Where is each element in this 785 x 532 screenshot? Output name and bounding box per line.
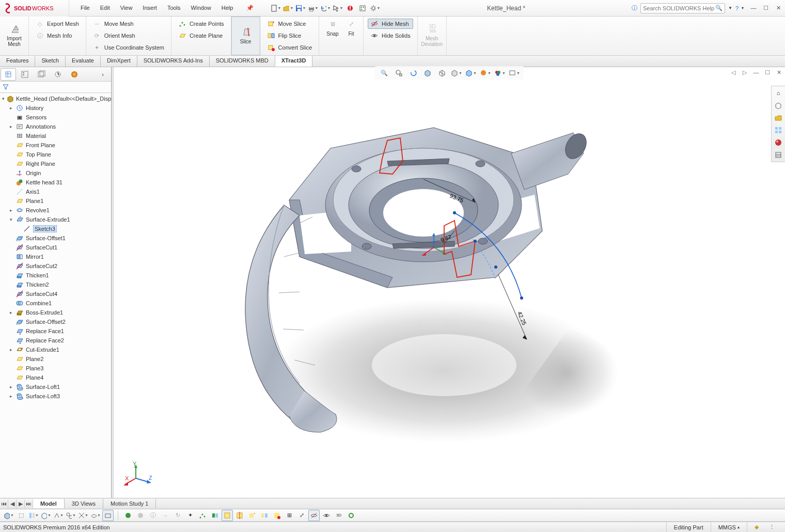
tab-features[interactable]: Features	[0, 56, 35, 67]
toolbar-c1[interactable]	[122, 510, 134, 521]
tree-item[interactable]: Origin	[1, 168, 111, 178]
toolbar-c6[interactable]: ✦	[184, 510, 196, 521]
status-units[interactable]: MMGS ▴	[711, 522, 747, 532]
menu-file[interactable]: File	[76, 3, 94, 13]
toolbar-b5[interactable]: ▼	[65, 510, 76, 521]
save-icon[interactable]: ▼	[295, 3, 306, 14]
filter-funnel-icon[interactable]	[2, 83, 9, 91]
side-expand-icon[interactable]: ›	[95, 68, 111, 81]
help-question-icon[interactable]: ?	[735, 5, 739, 11]
tree-item[interactable]: ▸Boss-Extrude1	[1, 308, 111, 317]
side-tab-property[interactable]	[17, 68, 33, 81]
hide-mesh-button[interactable]: Hide Mesh	[368, 19, 413, 29]
help-search-input[interactable]	[643, 5, 715, 11]
tab-nav-next[interactable]: ▶	[17, 499, 25, 508]
menu-insert[interactable]: Insert	[138, 3, 161, 13]
tree-item[interactable]: Replace Face1	[1, 326, 111, 336]
toolbar-b1[interactable]: ⬚	[15, 510, 27, 521]
flip-slice-button[interactable]: Flip Slice	[264, 30, 315, 41]
settings-gear-icon[interactable]: ▼	[369, 3, 381, 14]
side-tab-display[interactable]	[67, 68, 82, 81]
create-points-button[interactable]: Create Points	[176, 19, 227, 29]
tree-item[interactable]: Sketch3	[1, 224, 111, 233]
tab-evaluate[interactable]: Evaluate	[66, 56, 101, 67]
tree-item[interactable]: SurfaceCut2	[1, 261, 111, 271]
tab-dimxpert[interactable]: DimXpert	[101, 56, 137, 67]
toolbar-c17[interactable]	[321, 510, 332, 521]
bottom-tab-3dviews[interactable]: 3D Views	[65, 499, 103, 508]
tree-item[interactable]: Replace Face2	[1, 336, 111, 345]
toolbar-b6[interactable]: ▼	[77, 510, 89, 521]
tree-item[interactable]: Plane4	[1, 373, 111, 382]
toolbar-c7[interactable]	[197, 510, 208, 521]
toolbar-c14[interactable]: ⊞	[284, 510, 295, 521]
tree-item[interactable]: Right Plane	[1, 159, 111, 168]
toolbar-c8[interactable]	[209, 510, 221, 521]
toolbar-b3[interactable]: ▼	[40, 510, 52, 521]
ribbon-import-mesh[interactable]: Import Mesh	[0, 17, 29, 55]
select-icon[interactable]: ▼	[332, 3, 343, 14]
bottom-tab-motion[interactable]: Motion Study 1	[103, 499, 156, 508]
toolbar-c4[interactable]: →	[160, 510, 171, 521]
toolbar-c9[interactable]	[222, 510, 233, 521]
view-cube-icon[interactable]: ▼	[3, 510, 14, 521]
tree-item[interactable]: Mirror1	[1, 252, 111, 261]
tree-item[interactable]: Kettle head 31	[1, 178, 111, 187]
move-mesh-button[interactable]: ↔Move Mesh	[90, 19, 167, 29]
print-icon[interactable]: ▼	[307, 3, 319, 14]
menu-view[interactable]: View	[116, 3, 137, 13]
help-bubble-icon[interactable]: ⓘ	[632, 4, 637, 12]
toolbar-c19[interactable]	[346, 510, 357, 521]
options-icon[interactable]	[357, 3, 368, 14]
hide-solids-button[interactable]: Hide Solids	[368, 30, 413, 41]
tree-item[interactable]: Plane2	[1, 354, 111, 364]
mesh-info-button[interactable]: ⓘMesh Info	[33, 30, 82, 41]
tree-item[interactable]: ▸Surface-Loft3	[1, 392, 111, 401]
use-cs-button[interactable]: ✦Use Coordinate System	[90, 42, 167, 53]
export-mesh-button[interactable]: ◇Export Mesh	[33, 19, 82, 29]
pin-menu-icon[interactable]: 📌	[242, 3, 258, 13]
view-triad[interactable]: Y Z X	[123, 462, 154, 489]
status-extra-icon[interactable]: ⋮	[766, 522, 782, 532]
bottom-tab-model[interactable]: Model	[33, 499, 65, 508]
tab-nav-prev[interactable]: ◀	[8, 499, 17, 508]
new-doc-icon[interactable]: ▼	[270, 3, 281, 14]
rebuild-icon[interactable]	[344, 3, 356, 14]
toolbar-b2[interactable]: ▼	[28, 510, 39, 521]
maximize-button[interactable]: ☐	[762, 5, 770, 11]
toolbar-c12[interactable]	[259, 510, 270, 521]
create-plane-button[interactable]: Create Plane	[176, 30, 227, 41]
ribbon-mesh-deviation[interactable]: 3D Mesh Deviation	[418, 17, 447, 55]
tree-item[interactable]: Combine1	[1, 299, 111, 308]
side-tab-dimxpert[interactable]	[50, 68, 66, 81]
orient-mesh-button[interactable]: ⟳Orient Mesh	[90, 30, 167, 41]
tree-item[interactable]: ▸Cut-Extrude1	[1, 345, 111, 354]
toolbar-b4[interactable]: ▼	[53, 510, 64, 521]
toolbar-b8[interactable]	[102, 510, 114, 521]
tree-item[interactable]: Plane3	[1, 364, 111, 373]
toolbar-c18[interactable]: 3D	[333, 510, 344, 521]
tree-item[interactable]: Sensors	[1, 113, 111, 122]
tree-item[interactable]: SurfaceCut1	[1, 243, 111, 252]
close-button[interactable]: ✕	[775, 5, 782, 11]
toolbar-b7[interactable]: ▼	[90, 510, 101, 521]
tree-item[interactable]: Plane1	[1, 196, 111, 206]
undo-icon[interactable]: ▼	[320, 3, 331, 14]
menu-edit[interactable]: Edit	[96, 3, 114, 13]
tree-item[interactable]: SurfaceCut4	[1, 289, 111, 299]
tree-item[interactable]: ▸Revolve1	[1, 206, 111, 215]
search-icon[interactable]: 🔍	[715, 5, 723, 11]
fit-button[interactable]: ⤢Fit	[343, 19, 359, 38]
status-alert-icon[interactable]: ◆	[747, 522, 766, 532]
tab-sketch[interactable]: Sketch	[35, 56, 66, 67]
tab-nav-last[interactable]: ⏭	[25, 499, 33, 508]
tree-item[interactable]: ▸Annotations	[1, 122, 111, 131]
help-search-box[interactable]: 🔍	[640, 3, 725, 13]
ribbon-slice[interactable]: Slice	[231, 17, 260, 55]
minimize-button[interactable]: —	[750, 5, 757, 11]
tree-item[interactable]: ▸Surface-Loft1	[1, 382, 111, 392]
side-tab-config[interactable]	[34, 68, 49, 81]
tab-xtract3d[interactable]: XTract3D	[275, 56, 313, 67]
toolbar-c3[interactable]: ⓘ	[147, 510, 159, 521]
tree-item[interactable]: Material	[1, 131, 111, 140]
